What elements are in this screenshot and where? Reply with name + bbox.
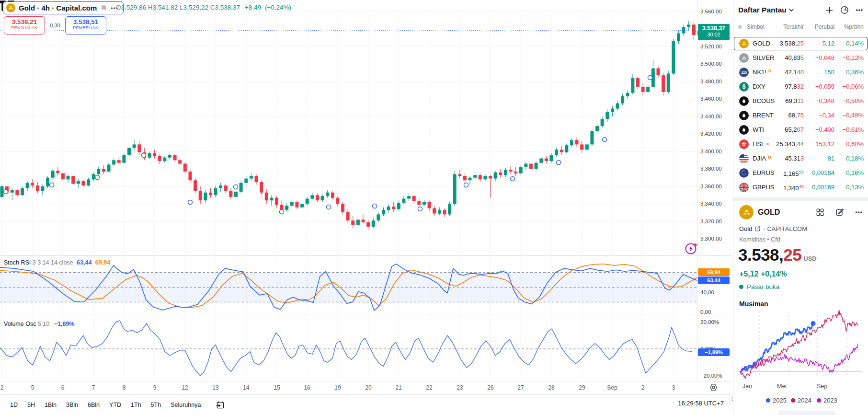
watchlist-row-nk1![interactable]: 225NK1!D42.1401500,36%	[733, 65, 868, 80]
row-change: 5,12	[822, 40, 834, 47]
watchlist-row-wti[interactable]: WTI65,207−0,400−0,61%	[733, 123, 868, 137]
watchlist-row-djia[interactable]: DJIAD45.313810,18%	[733, 151, 868, 166]
trade-marker-icon[interactable]	[511, 177, 515, 181]
buy-button[interactable]: 3.538,51 PEMBELIAN	[65, 16, 106, 35]
range-button-1bln[interactable]: 1Bln	[40, 400, 61, 410]
trade-marker-icon[interactable]	[464, 183, 468, 187]
trade-marker-icon[interactable]	[603, 138, 607, 142]
trade-marker-icon[interactable]	[188, 200, 193, 205]
row-change-pct: 0,14%	[846, 40, 864, 47]
symbol-button[interactable]: Gold · 4h · Capital.com •••	[3, 1, 124, 14]
stoch-rsi-label[interactable]: Stoch RSI 3 3 14 14 close 63,44 69,94	[4, 259, 110, 266]
watchlist-row-dxy[interactable]: $DXY97,832−0,059−0,06%	[733, 80, 868, 94]
sector-pie-icon[interactable]	[840, 6, 849, 14]
row-last: 68,75	[788, 112, 804, 119]
time-settings-icon[interactable]	[709, 383, 718, 394]
candle	[387, 207, 390, 210]
seasonal-title: Musiman	[739, 300, 768, 308]
watchlist-row-gbpus[interactable]: GBPUS1,340480,001690,13%	[733, 180, 868, 195]
watchlist-title-dropdown[interactable]: Daftar Pantau	[738, 6, 794, 14]
watchlist-row-silver[interactable]: SILVER40,835−0,048−0,12%	[733, 51, 868, 65]
main-chart[interactable]: 3.560,003.520,003.500,003.480,003.460,00…	[0, 0, 732, 394]
row-change-pct: 0,13%	[846, 184, 864, 191]
row-symbol: HSI	[753, 140, 769, 148]
seasonal-legend-2023[interactable]: 2023	[817, 397, 837, 404]
candle	[158, 156, 161, 161]
goto-date-icon[interactable]	[215, 400, 225, 410]
price-accent: 25	[783, 245, 801, 264]
svg-text:26: 26	[487, 384, 494, 391]
flag-column-icon[interactable]	[737, 24, 743, 32]
range-button-6bln[interactable]: 6Bln	[83, 400, 104, 410]
row-change-pct: 0,16%	[846, 169, 864, 176]
trade-marker-icon[interactable]	[418, 207, 423, 211]
seasonal-legend-2024[interactable]: 2024	[791, 397, 811, 404]
range-button-5th[interactable]: 5Th	[147, 400, 166, 410]
trade-marker-icon[interactable]	[4, 190, 8, 194]
row-symbol: GOLD	[753, 40, 770, 47]
col-symbol[interactable]: Simbol	[747, 23, 765, 30]
hsi-icon	[739, 139, 749, 149]
trade-marker-icon[interactable]	[142, 153, 146, 158]
watchlist-row-eurus[interactable]: EURUS1,165550,001840,16%	[733, 166, 868, 180]
range-button-seluruhnya[interactable]: Seluruhnya	[166, 400, 205, 410]
svg-text:20,00%: 20,00%	[700, 319, 719, 325]
panel-divider	[733, 197, 868, 201]
last-price-badge: 3.538,37 30:02	[698, 24, 730, 40]
svg-text:3.440,00: 3.440,00	[700, 114, 722, 119]
seasonal-legend-2025[interactable]: 2025	[766, 397, 787, 404]
symbol-detail-more-icon[interactable]: •••	[855, 209, 863, 216]
candle	[473, 175, 477, 177]
row-last: 40,835	[785, 54, 804, 61]
watchlist-more-icon[interactable]: •••	[856, 7, 863, 13]
symbol-detail-header: GOLD •••	[739, 205, 863, 219]
candle	[41, 186, 44, 191]
watchlist-row-gold[interactable]: GOLD3.538,255,120,14%	[733, 36, 868, 51]
watchlist-row-hsi[interactable]: HSI25.343,44−153,12−0,60%	[733, 137, 868, 151]
candle	[87, 179, 90, 185]
candle	[127, 148, 131, 155]
candle	[448, 204, 451, 215]
trade-marker-icon[interactable]	[50, 183, 54, 187]
grid-view-icon[interactable]	[816, 208, 824, 217]
bar-countdown: 30:02	[698, 32, 730, 37]
watchlist-row-bcous[interactable]: BCOUS69,311−0,348−0,50%	[733, 94, 868, 108]
capital-flag-icon	[100, 4, 107, 12]
col-change[interactable]: Perubal	[815, 23, 834, 30]
external-link-icon[interactable]	[754, 226, 761, 232]
range-button-ytd[interactable]: YTD	[105, 400, 126, 410]
trade-marker-icon[interactable]	[95, 175, 100, 180]
partial-button[interactable]	[778, 411, 835, 415]
trade-marker-icon[interactable]	[327, 205, 331, 209]
trade-marker-icon[interactable]	[557, 161, 561, 165]
seasonal-chart[interactable]	[733, 310, 868, 381]
candle	[560, 150, 563, 152]
trade-marker-icon[interactable]	[234, 185, 238, 189]
range-button-1d[interactable]: 1D	[6, 400, 22, 410]
row-change-pct: −0,49%	[843, 112, 864, 119]
candle	[580, 144, 583, 150]
candle	[692, 24, 696, 35]
edit-note-icon[interactable]	[835, 208, 844, 217]
trade-marker-icon[interactable]	[373, 204, 377, 208]
legend-dot-icon	[766, 398, 770, 403]
range-button-3bln[interactable]: 3Bln	[62, 400, 82, 410]
candle	[570, 140, 573, 145]
col-pct[interactable]: %prbhn	[844, 23, 864, 30]
lightning-icon[interactable]	[685, 242, 698, 257]
volume-osc-label[interactable]: Volume Osc 5 10 −1,89%	[4, 321, 74, 327]
trade-marker-icon[interactable]	[648, 76, 652, 80]
range-button-1th[interactable]: 1Th	[126, 400, 146, 410]
clock-display[interactable]: 16:29:58 UTC+7	[678, 400, 724, 407]
svg-text:2: 2	[0, 384, 4, 391]
svg-text:23: 23	[457, 384, 463, 391]
candle	[377, 214, 380, 220]
range-button-5h[interactable]: 5H	[23, 400, 39, 410]
add-symbol-icon[interactable]	[825, 6, 834, 14]
watchlist-row-brent[interactable]: BRENT68,75−0,34−0,49%	[733, 108, 868, 123]
sell-button[interactable]: 3.538,21 PENJUALAN	[4, 16, 45, 35]
trade-marker-icon[interactable]	[280, 210, 284, 214]
row-last: 3.538,25	[779, 40, 804, 47]
col-last[interactable]: Terakhir	[783, 23, 804, 30]
candle	[270, 198, 273, 200]
